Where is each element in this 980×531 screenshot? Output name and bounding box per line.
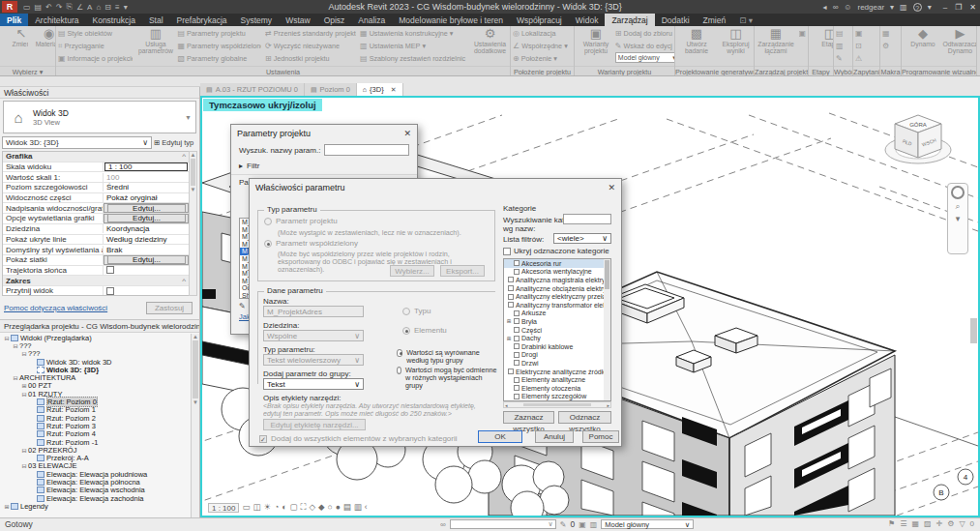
browser-scrollbar[interactable]: ▲▼ [191, 334, 199, 517]
category-item[interactable]: Elementy szczegółów [504, 393, 610, 401]
ok-button[interactable]: OK [478, 430, 522, 443]
ribbon-button-ustawienia-konstrukcyjne[interactable]: ▦Ustawienia konstrukcyjne▾ [360, 27, 466, 40]
steering-wheel-icon[interactable] [951, 186, 965, 199]
print-icon[interactable]: ⎘ [67, 2, 73, 12]
ribbon-tab-dodatki[interactable]: Dodatki [655, 14, 697, 26]
minimize-button[interactable]: – [943, 3, 947, 12]
category-item[interactable]: Części [504, 326, 610, 335]
close-icon[interactable]: ✕ [608, 183, 615, 192]
constraints-icon[interactable]: ▥ [354, 502, 362, 513]
ribbon-tab-opisz[interactable]: Opisz [317, 14, 352, 26]
checkbox[interactable] [508, 302, 514, 308]
properties-scrollbar[interactable]: ▲▼ [189, 151, 197, 296]
exclude-options-icon[interactable]: ▨ [924, 519, 932, 528]
view-type-dropdown[interactable]: Widok 3D: {3D}∨ [2, 136, 152, 149]
ribbon-tab-modelowanie-bry-owe-i-teren[interactable]: Modelowanie bryłowe i teren [392, 14, 510, 26]
filter-list-select[interactable]: <wiele>∨ [553, 233, 611, 244]
link-icon[interactable]: ▦ [911, 519, 919, 528]
redo-icon[interactable]: ↷ [56, 3, 63, 12]
viewcube[interactable]: GÓRA PŁD WSCH [881, 105, 955, 179]
add-to-all-checkbox[interactable]: ✓ [259, 435, 267, 443]
ribbon-button-odtwarzacz-dynamo[interactable]: ▶Odtwarzacz Dynamo [941, 27, 977, 54]
checkbox[interactable] [514, 394, 520, 399]
property-value[interactable]: 1 : 100 [104, 162, 188, 172]
signed-in-user[interactable]: redgear [858, 3, 885, 12]
sun-path-icon[interactable]: ☀ [264, 502, 272, 513]
analytical-icon[interactable]: ▤ [343, 502, 351, 513]
filter-icon[interactable]: ▽ [959, 519, 965, 528]
search-binoculars-icon[interactable]: ∞ [833, 3, 839, 12]
property-section-zakres[interactable]: Zakres^ [3, 276, 189, 286]
crop-region-icon[interactable]: ⛶ [300, 502, 306, 513]
3d-view-icon[interactable]: ⌂ [96, 3, 101, 12]
temp-hide-icon[interactable]: ◆ [318, 502, 325, 513]
worksharing-display-icon[interactable]: ⚑ [888, 519, 895, 528]
view-scale-button[interactable]: 1 : 100 [208, 503, 239, 513]
save-icon[interactable]: ▤ [35, 3, 43, 12]
ribbon-tab-architektura[interactable]: Architektura [28, 14, 85, 26]
ribbon-button-lokalizacja[interactable]: ◎Lokalizacja [513, 27, 568, 40]
press-drag-icon[interactable]: ✛ [936, 519, 943, 528]
values-aligned-radio[interactable] [397, 349, 402, 357]
ribbon-button-wyczy-nieu-ywane[interactable]: ⟳Wyczyść nieużywane [265, 40, 356, 52]
category-item[interactable]: ⊞Dachy [504, 334, 610, 342]
discipline-select[interactable]: Wspólne∨ [263, 330, 364, 341]
categories-hscrollbar[interactable]: ◂▸ [503, 401, 611, 408]
category-item[interactable]: Elementy otoczenia [504, 384, 610, 393]
category-item[interactable]: Analityczny transformator elektryc [504, 301, 610, 310]
tree-item[interactable]: Rzut: Poziom 0 [0, 398, 192, 405]
collapse-icon[interactable]: ◂ [823, 3, 827, 12]
uncheck-all-button[interactable]: Odznacz wszystko [558, 411, 611, 424]
property-edit-button[interactable]: Edytuj... [104, 255, 189, 265]
ribbon-button-szablony-zestawie-rozdzielnic[interactable]: ▤Szablony zestawień rozdzielnic▾ [360, 52, 466, 65]
collapse-icon[interactable]: ‹ [365, 502, 368, 513]
ribbon-button-etapy[interactable]: ◫Etapy [811, 27, 833, 47]
type-selector[interactable]: ⌂ Widok 3D 3D View ▼ [3, 101, 196, 133]
help-button[interactable]: Pomoc [582, 430, 619, 443]
checkbox[interactable] [508, 369, 514, 374]
checkbox[interactable] [514, 385, 520, 391]
ribbon-tab-konstrukcja[interactable]: Konstrukcja [85, 14, 141, 26]
ribbon-button-style-obiekt-w[interactable]: ▤Style obiektów [58, 27, 133, 40]
ribbon-tab-prefabrykacja[interactable]: Prefabrykacja [170, 14, 234, 26]
ribbon-button-przyci-ganie[interactable]: ⌗Przyciąganie [58, 40, 133, 52]
ribbon-button-ustawienia-mep[interactable]: ▥Ustawienia MEP▾ [360, 40, 466, 52]
tree-expander[interactable]: ⊟ [20, 447, 28, 454]
close-icon[interactable]: ✕ [403, 129, 411, 138]
apply-button[interactable]: Zastosuj [146, 302, 193, 314]
measure-icon[interactable]: ∠ [76, 3, 83, 12]
temp-view-icon[interactable]: ● [336, 502, 341, 513]
category-item[interactable]: Elektryczne analityczne źródło za [504, 368, 610, 376]
ribbon-button-dynamo[interactable]: ◆Dynamo [904, 27, 939, 47]
select-shared-button[interactable]: Wybierz... [390, 265, 434, 277]
checkbox[interactable] [514, 377, 520, 383]
tree-expander[interactable]: ⊟ [20, 350, 28, 357]
3d-lock-icon[interactable]: ◇ [309, 502, 315, 513]
tree-expander[interactable]: ⊞ [3, 503, 11, 510]
expand-arrow-icon[interactable]: ▸ [239, 162, 243, 170]
ribbon-tab-options[interactable]: ⊡ ▾ [732, 14, 759, 26]
worksets-icon[interactable]: ▣ [579, 520, 586, 529]
category-item[interactable]: Analityczne obciążenia elektryc... [504, 284, 610, 293]
tree-expander[interactable]: ⊞ [506, 336, 512, 341]
property-value[interactable]: 100 [104, 172, 189, 182]
values-vary-radio[interactable] [397, 367, 401, 374]
section-icon[interactable]: ⊟ [104, 3, 111, 12]
search-binoculars-icon[interactable]: ∞ [440, 520, 446, 529]
ribbon-button-materia-y[interactable]: ◉Materiały [30, 27, 56, 47]
type-radio[interactable] [402, 308, 410, 315]
ribbon-button-macro-security-icon[interactable]: ⚙ [882, 40, 890, 52]
close-icon[interactable]: ✕ [391, 86, 397, 94]
ribbon-button-parametry-projektu[interactable]: ▤Parametry projektu [177, 27, 261, 40]
view-tab[interactable]: ⌂{3D}✕ [357, 83, 403, 96]
selection-filter-combo[interactable]: ∨ [450, 519, 556, 529]
checkbox[interactable] [508, 294, 514, 300]
checkbox[interactable] [514, 336, 520, 341]
ribbon-button-eksploruj-wyniki[interactable]: ◫Eksploruj wyniki [717, 27, 755, 54]
shared-parameter-radio[interactable] [264, 240, 272, 248]
help-icon[interactable]: ? [913, 3, 922, 12]
navigation-bar[interactable]: ⌕ ▾ [947, 183, 968, 254]
ribbon-tab-wsp-pracuj[interactable]: Współpracuj [510, 14, 569, 26]
property-value[interactable]: Pokaż oryginał [104, 193, 189, 203]
ribbon-button-utw-rz-badanie[interactable]: ▩Utwórz badanie [677, 27, 715, 54]
